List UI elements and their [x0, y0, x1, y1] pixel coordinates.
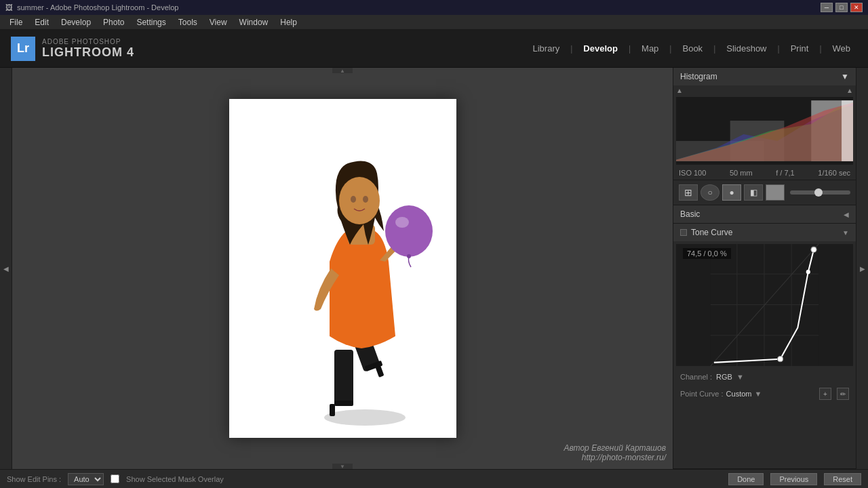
- channel-dropdown-icon[interactable]: ▼: [736, 373, 744, 381]
- histogram-canvas: [676, 97, 853, 165]
- add-point-icon[interactable]: +: [819, 388, 831, 400]
- nav-slideshow[interactable]: Slideshow: [719, 41, 773, 56]
- nav-sep-4: |: [713, 44, 715, 54]
- tool-slider[interactable]: [790, 190, 850, 195]
- circle-tool-button[interactable]: ○: [701, 184, 719, 201]
- svg-point-10: [351, 196, 356, 203]
- color-tool-button[interactable]: [766, 184, 785, 201]
- histogram-title: Histogram: [680, 72, 717, 81]
- histogram-focal: 50 mm: [730, 169, 753, 177]
- basic-collapse-icon: ◀: [844, 211, 849, 218]
- maximize-button[interactable]: □: [835, 3, 848, 12]
- title-bar: 🖼 summer - Adobe Photoshop Lightroom - D…: [0, 0, 868, 15]
- svg-point-11: [363, 196, 368, 203]
- main-area: ◀ ▲: [0, 68, 868, 469]
- nav-sep-1: |: [570, 44, 572, 54]
- bottom-right: Done Previous Reset: [728, 473, 861, 485]
- minimize-button[interactable]: ─: [821, 3, 833, 12]
- header: Lr ADOBE PHOTOSHOP LIGHTROOM 4 Library |…: [0, 30, 868, 68]
- right-panel: Histogram ▼ ▲ ▲: [673, 68, 856, 469]
- histogram-aperture: f / 7,1: [776, 169, 795, 177]
- top-drag-handle[interactable]: ▲: [332, 68, 353, 73]
- svg-point-14: [407, 254, 411, 258]
- lr-logo: Lr: [11, 37, 35, 61]
- nav-sep-3: |: [669, 44, 671, 54]
- tone-curve-header[interactable]: Tone Curve ▼: [673, 224, 856, 241]
- menu-develop[interactable]: Develop: [56, 16, 96, 28]
- histogram-shutter: 1/160 sec: [818, 169, 850, 177]
- tool-strip: ⊞ ○ ● ◧: [673, 180, 856, 205]
- canvas-area: ▲: [12, 68, 673, 469]
- grid-tool-button[interactable]: ⊞: [679, 184, 698, 201]
- watermark-line2: http://photo-monster.ru/: [564, 453, 666, 462]
- drag-icon: ▲: [340, 68, 345, 74]
- nav-sep-2: |: [629, 44, 631, 54]
- previous-button[interactable]: Previous: [770, 473, 817, 485]
- photo-container: [229, 99, 456, 438]
- reset-button[interactable]: Reset: [824, 473, 861, 485]
- menu-tools[interactable]: Tools: [173, 16, 203, 28]
- nav-web[interactable]: Web: [826, 41, 858, 56]
- half-tool-button[interactable]: ◧: [744, 184, 763, 201]
- svg-point-29: [806, 270, 810, 274]
- bottom-drag-icon: ▼: [340, 464, 345, 470]
- menu-photo[interactable]: Photo: [98, 16, 130, 28]
- left-arrow-icon: ◀: [3, 265, 9, 272]
- svg-rect-4: [330, 404, 335, 416]
- tone-curve-coords: 74,5 / 0,0 %: [683, 248, 731, 259]
- svg-point-9: [339, 177, 380, 224]
- show-mask-checkbox[interactable]: [111, 474, 119, 483]
- bottom-bar: Show Edit Pins : Auto Show Selected Mask…: [0, 469, 868, 488]
- dot-tool-button[interactable]: ●: [722, 184, 741, 201]
- hist-left-arrow-icon[interactable]: ▲: [676, 87, 683, 94]
- menu-bar: File Edit Develop Photo Settings Tools V…: [0, 15, 868, 30]
- watermark-line1: Автор Евгений Карташов: [564, 443, 666, 453]
- left-panel-toggle[interactable]: ◀: [0, 68, 12, 469]
- hist-right-arrow-icon[interactable]: ▲: [846, 87, 853, 94]
- nav-book[interactable]: Book: [675, 41, 709, 56]
- tone-curve-title: Tone Curve: [691, 228, 732, 237]
- nav-library[interactable]: Library: [526, 41, 566, 56]
- tone-curve-section: Tone Curve ▼ 74,5 / 0,0 %: [673, 224, 856, 469]
- point-curve-row: Point Curve : Custom ▼ + ✏: [673, 385, 856, 405]
- svg-point-28: [811, 247, 816, 252]
- lightroom-text: LIGHTROOM 4: [42, 45, 134, 60]
- svg-point-27: [778, 357, 783, 362]
- tone-curve-footer: Channel : RGB ▼: [673, 369, 856, 385]
- show-edit-pins-label: Show Edit Pins :: [7, 475, 61, 483]
- menu-window[interactable]: Window: [234, 16, 274, 28]
- histogram-header[interactable]: Histogram ▼: [673, 68, 856, 85]
- tone-curve-left-icon: [680, 229, 687, 236]
- window-controls: ─ □ ✕: [821, 3, 863, 12]
- svg-rect-3: [334, 401, 353, 406]
- watermark: Автор Евгений Карташов http://photo-mons…: [564, 443, 666, 462]
- tool-slider-thumb: [814, 188, 823, 197]
- basic-title: Basic: [680, 209, 700, 219]
- basic-header[interactable]: Basic ◀: [673, 205, 856, 223]
- window-icon: 🖼: [5, 3, 13, 12]
- nav-print[interactable]: Print: [784, 41, 816, 56]
- bottom-drag-handle[interactable]: ▼: [332, 464, 353, 469]
- point-curve-val: Custom: [726, 390, 752, 398]
- menu-file[interactable]: File: [4, 16, 28, 28]
- show-edit-pins-select[interactable]: Auto: [68, 473, 104, 485]
- photo-svg: [229, 99, 456, 438]
- nav-map[interactable]: Map: [635, 41, 665, 56]
- nav-sep-5: |: [778, 44, 780, 54]
- menu-settings[interactable]: Settings: [131, 16, 171, 28]
- point-curve-dropdown-icon[interactable]: ▼: [755, 390, 762, 398]
- right-panel-toggle[interactable]: ▶: [856, 68, 868, 469]
- histogram-section: Histogram ▼ ▲ ▲: [673, 68, 856, 180]
- nav-develop[interactable]: Develop: [576, 41, 625, 56]
- close-button[interactable]: ✕: [850, 3, 863, 12]
- done-button[interactable]: Done: [728, 473, 764, 485]
- right-arrow-icon: ▶: [860, 265, 865, 272]
- nav: Library | Develop | Map | Book | Slidesh…: [526, 41, 857, 56]
- menu-help[interactable]: Help: [275, 16, 302, 28]
- point-curve-label: Point Curve :: [680, 390, 724, 398]
- menu-view[interactable]: View: [204, 16, 233, 28]
- draw-curve-icon[interactable]: ✏: [837, 388, 849, 400]
- lr-letter: Lr: [17, 41, 29, 56]
- menu-edit[interactable]: Edit: [29, 16, 54, 28]
- tone-curve-canvas[interactable]: 74,5 / 0,0 %: [676, 244, 853, 366]
